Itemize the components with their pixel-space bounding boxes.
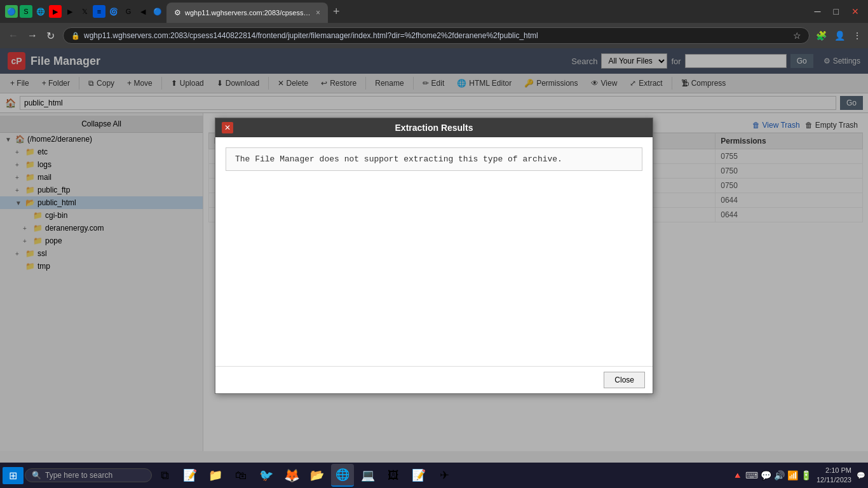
date-display: 12/11/2023 — [817, 475, 851, 485]
start-button[interactable]: ⊞ — [3, 467, 24, 484]
tray-msg-icon[interactable]: 💬 — [761, 470, 771, 480]
taskbar-twitter[interactable]: 🐦 — [255, 464, 278, 487]
tab-favicon-5: ▶ — [64, 5, 76, 18]
taskbar-notes-icon[interactable]: 📝 — [179, 464, 201, 487]
modal-title: Extraction Results — [395, 123, 473, 133]
tab-favicon-4: ▶ — [49, 5, 62, 18]
modal-close-x-button[interactable]: ✕ — [222, 122, 233, 133]
window-controls: ─ □ ✕ — [811, 5, 863, 18]
taskbar-icons: ⧉ 📝 📁 🛍 🐦 🦊 📂 🌐 💻 🖼 📝 ✈ — [153, 464, 456, 487]
time-display: 2:10 PM — [817, 466, 851, 475]
tab-favicon-10: ◀ — [137, 5, 149, 18]
url-text: wghp11.wghservers.com:2083/cpsess1440822… — [84, 31, 789, 40]
tab-favicon-active: ⚙ — [174, 8, 181, 17]
taskbar-chrome[interactable]: 🌐 — [331, 464, 354, 487]
taskbar-store[interactable]: 🛍 — [229, 464, 252, 487]
tab-favicon-2: S — [20, 5, 32, 18]
taskbar-word[interactable]: 📝 — [407, 464, 430, 487]
modal-footer: Close — [215, 366, 653, 393]
taskbar-clock[interactable]: 2:10 PM 12/11/2023 — [817, 466, 851, 485]
tab-favicon-1: 🔵 — [5, 5, 18, 18]
tab-favicon-8: 🌀 — [107, 5, 120, 18]
new-tab-button[interactable]: + — [333, 5, 340, 18]
tab-favicon-7: ≡ — [93, 5, 105, 18]
browser-actions: 🧩 👤 ⋮ — [815, 29, 863, 42]
tab-favicons: 🔵 S 🌐 ▶ ▶ 𝕏 ≡ 🌀 G ◀ 🔵 — [5, 5, 164, 18]
tab-favicon-3: 🌐 — [34, 5, 47, 18]
taskbar-vscode[interactable]: 💻 — [356, 464, 379, 487]
back-button[interactable]: ← — [5, 29, 22, 43]
tab-favicon-6: 𝕏 — [78, 5, 91, 18]
taskbar-file-explorer[interactable]: 📁 — [204, 464, 227, 487]
filemanager-container: cP File Manager Search All Your Files fo… — [0, 48, 868, 463]
maximize-btn[interactable]: □ — [830, 5, 843, 18]
profile-icon[interactable]: 👤 — [833, 29, 846, 42]
extensions-icon[interactable]: 🧩 — [815, 29, 828, 42]
taskbar-firefox[interactable]: 🦊 — [280, 464, 303, 487]
tray-volume-icon[interactable]: 🔊 — [774, 470, 785, 480]
taskbar: ⊞ 🔍 Type here to search ⧉ 📝 📁 🛍 🐦 🦊 📂 🌐 … — [0, 463, 868, 488]
tab-close-btn[interactable]: × — [316, 8, 320, 17]
url-bar[interactable]: 🔒 wghp11.wghservers.com:2083/cpsess14408… — [63, 27, 810, 44]
taskbar-telegram[interactable]: ✈ — [433, 464, 456, 487]
modal-message: The File Manager does not support extrac… — [226, 147, 642, 171]
active-tab[interactable]: ⚙ wghp11.wghservers.com:2083/cpsess14408… — [166, 3, 328, 23]
taskbar-task-view[interactable]: ⧉ — [153, 464, 176, 487]
modal-titlebar: ✕ Extraction Results — [215, 118, 653, 137]
tray-icon-1[interactable]: 🔺 — [732, 470, 743, 480]
taskbar-right: 🔺 ⌨ 💬 🔊 📶 🔋 2:10 PM 12/11/2023 💬 — [732, 466, 865, 485]
menu-icon[interactable]: ⋮ — [851, 29, 863, 42]
tray-battery-icon[interactable]: 🔋 — [801, 470, 811, 480]
taskbar-search-icon: 🔍 — [32, 471, 41, 480]
star-icon[interactable]: ☆ — [793, 30, 801, 41]
tray-wifi-icon[interactable]: 📶 — [787, 470, 798, 480]
taskbar-search-placeholder: Type here to search — [45, 471, 112, 480]
taskbar-folder[interactable]: 📂 — [306, 464, 329, 487]
taskbar-photos[interactable]: 🖼 — [382, 464, 405, 487]
refresh-button[interactable]: ↻ — [43, 29, 58, 43]
notification-icon[interactable]: 💬 — [857, 471, 865, 480]
tab-favicon-9: G — [122, 5, 135, 18]
tray-keyboard-icon[interactable]: ⌨ — [745, 470, 758, 480]
extraction-results-modal: ✕ Extraction Results The File Manager do… — [215, 118, 653, 394]
tab-bar: 🔵 S 🌐 ▶ ▶ 𝕏 ≡ 🌀 G ◀ 🔵 ⚙ wghp11.wghserver… — [0, 0, 868, 23]
tab-favicon-11: 🔵 — [151, 5, 164, 18]
modal-close-button[interactable]: Close — [604, 372, 645, 388]
active-tab-title: wghp11.wghservers.com:2083/cpsess1440822… — [185, 9, 312, 17]
taskbar-search[interactable]: 🔍 Type here to search — [25, 468, 152, 482]
modal-overlay: ✕ Extraction Results The File Manager do… — [0, 48, 868, 463]
browser-chrome: 🔵 S 🌐 ▶ ▶ 𝕏 ≡ 🌀 G ◀ 🔵 ⚙ wghp11.wghserver… — [0, 0, 868, 48]
minimize-btn[interactable]: ─ — [811, 5, 825, 18]
lock-icon: 🔒 — [71, 32, 80, 40]
modal-body: The File Manager does not support extrac… — [215, 137, 653, 366]
nav-buttons: ← → ↻ — [5, 29, 58, 43]
forward-button[interactable]: → — [24, 29, 41, 43]
close-btn[interactable]: ✕ — [848, 5, 863, 18]
address-bar: ← → ↻ 🔒 wghp11.wghservers.com:2083/cpses… — [0, 23, 868, 48]
system-tray-icons: 🔺 ⌨ 💬 🔊 📶 🔋 — [732, 470, 811, 480]
